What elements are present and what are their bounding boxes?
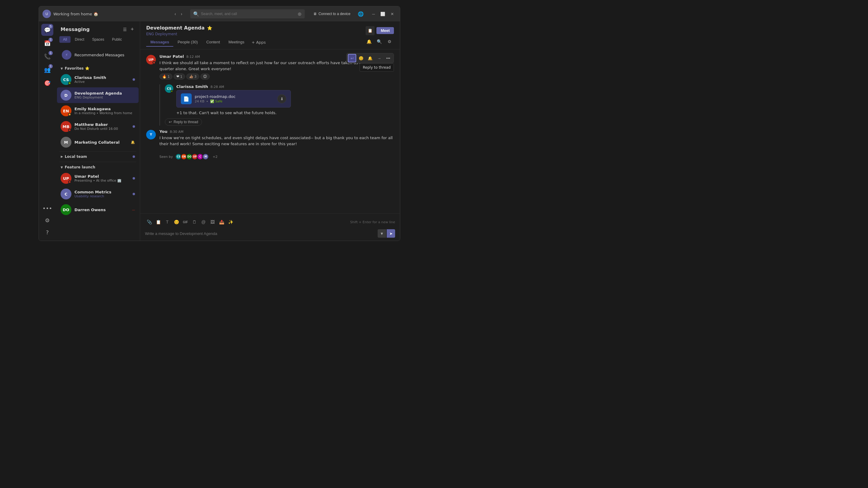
- emoji-action-button[interactable]: 😊: [357, 54, 365, 62]
- rail-item-activity[interactable]: 🎯: [41, 77, 53, 89]
- thread-clarissa-header: Clarissa Smith 8:28 AM: [176, 84, 394, 89]
- reply-thread-action-button[interactable]: ↩: [348, 54, 356, 62]
- tab-content[interactable]: Content: [202, 38, 224, 47]
- forward-button[interactable]: ›: [179, 10, 184, 18]
- rail-item-settings[interactable]: ⚙: [41, 214, 53, 226]
- umar-unread: [133, 177, 135, 180]
- marketing-mute-icon: 🔔: [131, 140, 135, 144]
- recommended-messages-item[interactable]: ⚡ Recommended Messages: [59, 47, 136, 62]
- back-button[interactable]: ‹: [173, 10, 178, 18]
- whiteboard-button[interactable]: 📋: [154, 218, 162, 226]
- file-name: project-roadmap.doc: [195, 94, 274, 99]
- sidebar: Messaging ☰ + All Direct Spaces Public ⚡…: [56, 22, 140, 241]
- reaction-heart[interactable]: ❤️ 1: [174, 73, 185, 79]
- emoji-button[interactable]: 😊: [172, 218, 181, 226]
- reaction-fire[interactable]: 🔥 1: [159, 73, 173, 79]
- chat-item-clarissa[interactable]: CS Clarissa Smith Active: [57, 72, 138, 87]
- chat-item-common-metrics[interactable]: C Common Metrics Usability research: [57, 186, 138, 202]
- rail-item-help[interactable]: ?: [41, 226, 53, 238]
- restore-button[interactable]: ⬜: [378, 10, 388, 18]
- file-info: project-roadmap.doc 24 KB • ✅ Safe: [195, 94, 274, 103]
- tab-people[interactable]: People (30): [173, 38, 202, 47]
- marketing-avatar: M: [61, 137, 71, 148]
- chat-item-umar[interactable]: UP Umar Patel Presenting • At the office…: [57, 170, 138, 186]
- forward-action-button[interactable]: →: [375, 54, 383, 62]
- minimize-button[interactable]: ─: [370, 10, 377, 18]
- chat-item-dev-agenda[interactable]: D Development Agenda ENG Deployment: [57, 87, 138, 103]
- more-icon: •••: [42, 205, 52, 212]
- settings-channel-button[interactable]: ⚙: [385, 37, 394, 46]
- file-meta: 24 KB • ✅ Safe: [195, 99, 274, 103]
- clarissa-status: [68, 82, 71, 85]
- chat-item-matthew[interactable]: MB Matthew Baker Do Not Disturb until 16…: [57, 119, 138, 134]
- send-button[interactable]: ➤: [387, 229, 395, 238]
- clarissa-preview: Active: [74, 80, 130, 84]
- magic-button[interactable]: ✨: [226, 218, 235, 226]
- chat-item-marketing[interactable]: M Marketing Collateral 🔔: [57, 134, 138, 150]
- download-button[interactable]: ⬇: [277, 94, 286, 103]
- common-metrics-preview: Usability research: [74, 194, 130, 198]
- sticker-button[interactable]: 🗒: [190, 218, 198, 226]
- share-button[interactable]: 📤: [217, 218, 226, 226]
- marketing-name: Marketing Collateral: [74, 140, 128, 144]
- tab-all[interactable]: All: [59, 36, 70, 43]
- connect-device-button[interactable]: 🖥 Connect to a device: [311, 10, 353, 17]
- rail-item-chat[interactable]: 💬 5: [41, 24, 53, 36]
- search-input[interactable]: [201, 12, 296, 16]
- remind-action-button[interactable]: 🔔: [366, 54, 374, 62]
- rail-item-calls[interactable]: 📞 1: [41, 50, 53, 62]
- mention-button[interactable]: @: [199, 218, 208, 226]
- notification-button[interactable]: 🔔: [364, 37, 373, 46]
- seen-more-count: +2: [213, 155, 217, 159]
- umar-name: Umar Patel: [74, 174, 130, 178]
- local-team-unread: [133, 156, 135, 158]
- tab-messages[interactable]: Messages: [146, 38, 173, 47]
- save-button[interactable]: 📋: [366, 26, 375, 35]
- tab-direct[interactable]: Direct: [71, 36, 88, 43]
- favorites-section-header[interactable]: ▼ Favorites ⭐: [56, 64, 140, 72]
- reaction-smile[interactable]: 😊: [200, 73, 210, 79]
- meet-button[interactable]: Meet: [376, 27, 394, 34]
- tab-plus-icon[interactable]: + Apps: [249, 38, 269, 46]
- more-action-button[interactable]: •••: [384, 54, 393, 62]
- rail-item-people[interactable]: 👥 1: [41, 64, 53, 76]
- people-badge: 1: [49, 64, 53, 68]
- search-bar[interactable]: 🔍 ⊕: [190, 9, 305, 19]
- reply-to-thread-button[interactable]: ↩ Reply to thread: [165, 119, 202, 126]
- sidebar-new-button[interactable]: +: [129, 25, 135, 34]
- chat-item-darren[interactable]: DO Darren Owens —: [57, 202, 138, 218]
- marketing-info: Marketing Collateral: [74, 140, 128, 144]
- format-button[interactable]: T: [163, 218, 172, 226]
- tab-public[interactable]: Public: [108, 36, 126, 43]
- darren-info: Darren Owens: [74, 207, 129, 212]
- tab-spaces[interactable]: Spaces: [89, 36, 108, 43]
- monitor-icon: 🖥: [313, 12, 317, 16]
- rail-item-calendar[interactable]: 📅 1: [41, 37, 53, 49]
- chat-item-emily[interactable]: EN Emily Nakagawa In a meeting • Working…: [57, 103, 138, 119]
- seen-by-label: Seen by: [159, 155, 173, 159]
- gif-button[interactable]: GIF: [181, 218, 190, 226]
- compose-input[interactable]: [145, 231, 375, 236]
- search-icon: 🔍: [193, 11, 199, 17]
- sidebar-filter-button[interactable]: ☰: [122, 25, 128, 34]
- attach-button[interactable]: 📎: [145, 218, 153, 226]
- thread-text: +1 to that. Can't wait to see what the f…: [176, 110, 394, 116]
- reaction-thumbs[interactable]: 👍🏽 3: [186, 73, 199, 79]
- close-button[interactable]: ✕: [388, 10, 396, 18]
- send-options-button[interactable]: ▼: [378, 229, 386, 238]
- image-button[interactable]: 🖼: [208, 218, 217, 226]
- msg-umar-author: Umar Patel: [159, 54, 184, 59]
- channel-subtitle[interactable]: ENG Deployment: [146, 32, 366, 36]
- search-channel-button[interactable]: 🔍: [375, 37, 384, 46]
- thread-clarissa-content: Clarissa Smith 8:28 AM 📄 project-roadmap…: [176, 84, 394, 116]
- tab-meetings[interactable]: Meetings: [224, 38, 249, 47]
- icon-rail: 💬 5 📅 1 📞 1 👥 1 🎯 •••: [39, 22, 56, 241]
- feature-launch-title: Feature launch: [65, 165, 135, 169]
- local-team-section[interactable]: ▼ Local team: [56, 153, 140, 161]
- sidebar-header: Messaging ☰ +: [56, 22, 140, 36]
- messages-area: UP Umar Patel 8:12 AM I think we should …: [140, 50, 400, 213]
- feature-launch-header[interactable]: ▼ Feature launch: [56, 163, 140, 170]
- rail-item-more[interactable]: •••: [41, 202, 53, 214]
- compose-send-group: ▼ ➤: [378, 229, 395, 238]
- umar-info: Umar Patel Presenting • At the office 🏢: [74, 174, 130, 183]
